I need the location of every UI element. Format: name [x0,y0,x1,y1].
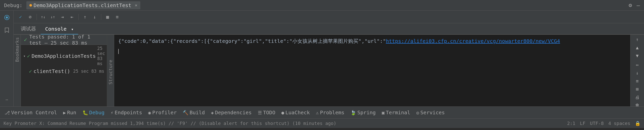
tabs-row: 调试器 Console ▾ [14,23,644,35]
expand-all-button[interactable]: ⇥ [58,13,67,21]
debug-sidebar-icon[interactable] [2,13,12,22]
sort-asc-button[interactable]: ↑↓ [39,13,47,21]
run-btn[interactable]: ▶ Run [61,108,79,117]
settings-icon[interactable]: ⚙ [629,2,632,8]
tab-menu-icon: ▾ [71,27,74,32]
bookmarks-side-label[interactable]: Bookmarks [14,35,21,106]
expand-sidebar-icon[interactable]: ⋯ [2,95,12,104]
services-label: Services [420,109,445,116]
bookmarks-label: Bookmarks [14,37,20,62]
tree-sub-time: 25 sec 83 ms [73,69,104,74]
scroll-top-btn[interactable]: ⇑ [633,36,642,43]
dependencies-btn[interactable]: ◈ Dependencies [208,108,254,117]
tree-check-icon: ✓ [27,53,30,59]
tree-item-demo3[interactable]: ▾ ✓ Demo3ApplicationTests 25 sec 83 ms [21,45,107,67]
left-sidebar: ⋯ [0,11,14,106]
debug-label-btn: Debug [89,109,105,116]
tab-dot [29,4,32,7]
tree-item-label: Demo3ApplicationTests [31,53,96,59]
cursor-position[interactable]: 2:1 [567,121,575,126]
cancel-button[interactable]: ⊘ [26,13,35,21]
version-control-btn[interactable]: ⎇ Version Control [2,108,60,117]
tab-console[interactable]: Console ▾ [41,24,78,34]
arrow-down-icon: ▾ [23,54,25,58]
panel-print-btn[interactable]: 🖨 [633,94,642,101]
toolbar-sep2 [78,14,79,20]
profiler-label: Profiler [152,109,177,116]
terminal-icon: ▣ [382,110,385,115]
list-button[interactable]: ≡ [113,13,122,21]
up-button[interactable]: ↑ [81,13,89,21]
structure-label-text: Structure [108,60,113,85]
problems-btn[interactable]: ⚠ Problems [313,108,347,117]
status-bar-right: 2:1 LF UTF-8 4 spaces 🔒 [567,121,640,126]
minimize-icon[interactable]: — [637,2,640,8]
test-pass-icon: ✓ [24,36,27,43]
title-bar: Debug: Demo3ApplicationTests.clientTest … [0,0,644,11]
version-control-label: Version Control [11,109,57,116]
left-panel: ✓ Tests passed: 1 of 1 test – 25 sec 83 … [21,35,107,106]
luacheck-icon: ● [281,110,284,115]
console-link[interactable]: https://alifei03.cfp.cn/creative/vcg/now… [386,38,560,44]
toolbar-sep3 [101,14,101,20]
title-tab[interactable]: Demo3ApplicationTests.clientTest ✕ [26,1,140,9]
panel-down-btn[interactable]: ↓ [633,69,642,76]
console-area[interactable]: {"code":0,"data":{"records":[{"category"… [114,35,630,106]
luacheck-btn[interactable]: ● LuaCheck [279,108,312,117]
panel-lines-btn[interactable]: ≡ [633,77,642,84]
main-container: ⋯ ✓ ⊘ ↑↓ ↓↑ ⇥ ⇤ ↑ ↓ ▦ ≡ [0,11,644,106]
version-control-icon: ⎇ [5,110,10,115]
todo-btn[interactable]: ☰ TODO [255,108,278,117]
build-icon: 🔨 [183,110,188,115]
spring-btn[interactable]: 🍃 Spring [348,108,378,117]
services-icon: ◎ [416,110,419,115]
build-btn[interactable]: 🔨 Build [180,108,207,117]
scroll-up-btn[interactable]: ▲ [633,44,642,51]
debug-label: Debug: [4,2,22,8]
down-button[interactable]: ↓ [90,13,99,21]
encoding[interactable]: UTF-8 [590,121,604,126]
structure-side-label[interactable]: Structure [107,35,114,106]
test-result-text: Tests passed: 1 of 1 test – 25 sec 83 ms [29,35,104,46]
panel-body: ✓ ⊘ ↑↓ ↓↑ ⇥ ⇤ ↑ ↓ ▦ ≡ 调试器 Consol [14,11,644,106]
run-label: Run [67,109,76,116]
test-result-bar: ✓ Tests passed: 1 of 1 test – 25 sec 83 … [21,35,107,45]
bookmark-sidebar-icon[interactable] [2,25,12,35]
dependencies-label: Dependencies [215,109,252,116]
tree-sub-label: clientTest() [33,68,70,74]
close-tab-icon[interactable]: ✕ [135,3,138,8]
problems-icon: ⚠ [316,110,319,115]
tab-debugger[interactable]: 调试器 [16,23,41,35]
dependencies-icon: ◈ [211,110,214,115]
scroll-down-btn[interactable]: ▼ [633,52,642,59]
todo-icon: ☰ [258,110,262,115]
profiler-btn[interactable]: ◉ Profiler [146,108,179,117]
sort-desc-button[interactable]: ↓↑ [48,13,57,21]
services-btn[interactable]: ◎ Services [414,108,447,117]
title-bar-left: Debug: Demo3ApplicationTests.clientTest … [4,1,140,9]
terminal-label: Terminal [386,109,410,116]
grid-button[interactable]: ▦ [103,13,112,21]
title-bar-right: ⚙ — [629,2,640,8]
bottom-toolbar: ⎇ Version Control ▶ Run 🐛 Debug ⚡ Endpoi… [0,106,644,118]
tree-item-time: 25 sec 83 ms [97,46,105,66]
terminal-btn[interactable]: ▣ Terminal [379,108,413,117]
debug-btn[interactable]: 🐛 Debug [80,108,107,117]
endpoints-icon: ⚡ [111,110,113,115]
panel-swap-btn[interactable]: ⇔ [633,61,642,68]
svg-point-1 [6,16,8,18]
luacheck-label: LuaCheck [285,109,310,116]
collapse-all-button[interactable]: ⇤ [68,13,76,21]
endpoints-btn[interactable]: ⚡ Endpoints [108,108,145,117]
panel-trash-btn[interactable]: 🗑 [633,102,642,106]
tree-item-clienttest[interactable]: ✓ clientTest() 25 sec 83 ms [21,67,107,75]
inner-main: Bookmarks ✓ Tests passed: 1 of 1 test – … [14,35,644,106]
console-content: {"code":0,"data":{"records":[{"category"… [114,35,630,47]
profiler-icon: ◉ [148,110,151,115]
panel-grid-btn[interactable]: ⊞ [633,85,642,92]
line-ending[interactable]: LF [580,121,585,126]
check-button[interactable]: ✓ [16,13,25,21]
indent[interactable]: 4 spaces [608,121,630,126]
todo-label: TODO [263,109,275,116]
run-icon: ▶ [63,110,66,115]
